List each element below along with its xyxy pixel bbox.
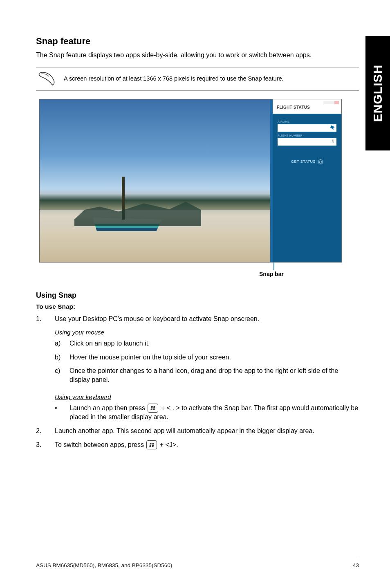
note-text: A screen resolution of at least 1366 x 7… xyxy=(64,75,284,83)
step-1: 1. Use your Desktop PC's mouse or keyboa… xyxy=(36,314,359,323)
intro-text: The Snap feature displays two apps side-… xyxy=(36,51,359,60)
flight-status-body: AIRLINE FLIGHT NUMBER GET STATUS xyxy=(273,114,341,262)
footer-page-number: 43 xyxy=(353,562,359,568)
language-tab-label: ENGLISH xyxy=(371,65,385,122)
snap-bar-label: Snap bar xyxy=(259,271,284,277)
windows-key-icon xyxy=(148,404,158,413)
list-marker: • xyxy=(55,404,64,422)
section-heading: Snap feature xyxy=(36,36,359,47)
mouse-step-a: a) Click on an app to launch it. xyxy=(55,339,359,348)
using-snap-heading: Using Snap xyxy=(36,291,359,300)
step3-pre: To switch between apps, press xyxy=(55,441,146,448)
list-text: Launch an app then press + < . > to acti… xyxy=(69,404,359,422)
flight-number-input[interactable] xyxy=(278,138,336,146)
note-box: A screen resolution of at least 1366 x 7… xyxy=(36,67,359,91)
step-text: To switch between apps, press + <J>. xyxy=(55,440,359,450)
using-mouse-heading: Using your mouse xyxy=(55,329,359,336)
snap-bar-pointer: Snap bar xyxy=(39,263,342,272)
step-text: Use your Desktop PC's mouse or keyboard … xyxy=(55,314,359,323)
using-keyboard-heading: Using your keyboard xyxy=(55,393,359,400)
flight-number-label: FLIGHT NUMBER xyxy=(278,134,336,137)
page-content: Snap feature The Snap feature displays t… xyxy=(0,0,390,449)
mouse-step-b: b) Hover the mouse pointer on the top si… xyxy=(55,353,359,362)
get-status-label: GET STATUS xyxy=(291,159,316,164)
airline-label: AIRLINE xyxy=(278,120,336,123)
flight-status-pane: FLIGHT STATUS AIRLINE FLIGHT NUMBER GET … xyxy=(273,99,341,262)
kb-text-pre: Launch an app then press xyxy=(69,404,147,411)
page-footer: ASUS BM6635(MD560), BM6835, and BP6335(S… xyxy=(36,558,359,568)
step-number: 2. xyxy=(36,426,44,435)
list-marker: c) xyxy=(55,366,64,384)
step-number: 1. xyxy=(36,314,44,323)
mouse-step-c: c) Once the pointer changes to a hand ic… xyxy=(55,366,359,384)
footer-left: ASUS BM6635(MD560), BM6835, and BP6335(S… xyxy=(36,562,172,568)
list-text: Click on an app to launch it. xyxy=(69,339,359,348)
windows-key-icon xyxy=(146,440,157,449)
list-marker: b) xyxy=(55,353,64,362)
language-tab: ENGLISH xyxy=(365,36,390,150)
step-number: 3. xyxy=(36,440,44,450)
step3-post: + <J>. xyxy=(158,441,178,448)
step-2: 2. Launch another app. This second app w… xyxy=(36,426,359,435)
list-text: Hover the mouse pointer on the top side … xyxy=(69,353,359,362)
photo-app-pane xyxy=(40,99,270,262)
to-use-snap-heading: To use Snap: xyxy=(36,303,359,310)
keyboard-bullet: • Launch an app then press + < . > to ac… xyxy=(55,404,359,422)
list-text: Once the pointer changes to a hand icon,… xyxy=(69,366,359,384)
get-status-button[interactable]: GET STATUS xyxy=(278,159,336,164)
step-text: Launch another app. This second app will… xyxy=(55,426,359,435)
step-3: 3. To switch between apps, press + <J>. xyxy=(36,440,359,450)
search-icon xyxy=(318,159,323,164)
snap-screenshot: FLIGHT STATUS AIRLINE FLIGHT NUMBER GET … xyxy=(39,99,342,263)
flight-status-title: FLIGHT STATUS xyxy=(273,99,341,114)
list-marker: a) xyxy=(55,339,64,348)
hand-note-icon xyxy=(38,72,56,86)
airline-input[interactable] xyxy=(278,124,336,132)
boat-graphic xyxy=(93,202,162,238)
